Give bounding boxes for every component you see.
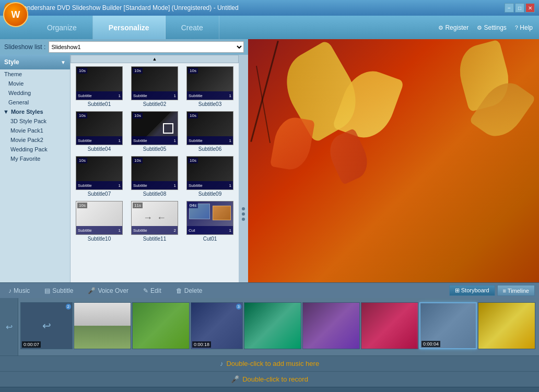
thumbnail-subtitle04[interactable]: 10s Subtitle1 Subtitle04 — [73, 110, 126, 153]
thumbnail-subtitle06[interactable]: 10s Subtitle1 Subtitle06 — [183, 110, 237, 153]
chevron-down-icon: ▼ — [61, 60, 66, 65]
sidebar-item-more-styles[interactable]: ▼ More Styles — [0, 107, 70, 116]
storyboard-icon-left: ↩ — [6, 322, 13, 332]
sidebar-item-3dstyle[interactable]: 3D Style Pack — [0, 116, 70, 126]
storyboard-item-4[interactable] — [244, 302, 301, 349]
music-note-icon: ♪ — [220, 360, 224, 367]
storyboard-item-5[interactable] — [302, 302, 360, 349]
bottom-scrollbar[interactable] — [0, 387, 539, 392]
timeline-icon: ≡ — [503, 288, 506, 294]
sidebar-item-moviepack2[interactable]: Movie Pack2 — [0, 135, 70, 145]
help-link[interactable]: ? Help — [515, 24, 533, 31]
storyboard-item-3[interactable]: 0:00:18 3 — [191, 302, 243, 349]
storyboard-view-button[interactable]: ⊞ Storyboard — [449, 285, 495, 296]
tab-organize[interactable]: Organize — [31, 16, 93, 39]
sidebar-item-movie[interactable]: Movie — [0, 79, 70, 88]
bottom-panel: ♪ Music ▤ Subtitle 🎤 Voice Over ✎ Edit 🗑… — [0, 282, 539, 392]
scroll-up-button[interactable]: ▲ — [71, 55, 239, 63]
bottom-tabs-bar: ♪ Music ▤ Subtitle 🎤 Voice Over ✎ Edit 🗑… — [0, 282, 539, 298]
thumbnail-subtitle03[interactable]: 10s Subtitle1 Subtitle03 — [183, 65, 237, 108]
subtitle-icon: ▤ — [44, 287, 50, 294]
title-bar: Wondershare DVD Slideshow Builder [Stand… — [0, 0, 539, 16]
mic-icon: 🎤 — [231, 375, 239, 383]
close-button[interactable]: ✕ — [525, 3, 535, 13]
minimize-button[interactable]: − — [505, 3, 514, 13]
storyboard-left-panel: ↩ — [0, 298, 18, 355]
storyboard-items: ↩ 0:00:07 2 0:00:18 3 — [18, 298, 539, 355]
storyboard-icon: ⊞ — [455, 287, 460, 293]
maximize-button[interactable]: □ — [515, 3, 524, 13]
chevron-right-icon: ▼ — [3, 109, 9, 115]
tab-create[interactable]: Create — [166, 16, 219, 39]
slideshow-select[interactable]: Slideshow1 — [49, 41, 244, 53]
record-text: Double-click to record — [242, 375, 308, 383]
tab-delete[interactable]: 🗑 Delete — [172, 285, 207, 296]
view-toggle: ⊞ Storyboard ≡ Timeline — [449, 285, 535, 296]
storyboard-item-1[interactable] — [74, 302, 131, 349]
thumbnail-subtitle10[interactable]: 10s Subtitle1 Subtitle10 — [73, 200, 126, 243]
slideshow-list-label: Slideshow list : — [4, 43, 45, 51]
storyboard-item-2[interactable] — [132, 302, 190, 349]
storyboard-container: ↩ ↩ 0:00:07 2 0:00:18 3 — [0, 298, 539, 355]
music-bar[interactable]: ♪ Double-click to add music here — [0, 355, 539, 371]
thumbnail-subtitle05[interactable]: 10s Subtitle1 Subtitle05 — [128, 110, 181, 153]
storyboard-item-6[interactable] — [361, 302, 418, 349]
sidebar-item-general[interactable]: General — [0, 98, 70, 107]
tab-subtitle[interactable]: ▤ Subtitle — [40, 285, 77, 296]
thumbnail-subtitle11[interactable]: → ← 11s Subtitle2 Subtitle11 — [128, 200, 181, 243]
tab-music[interactable]: ♪ Music — [4, 285, 34, 296]
style-dropdown[interactable]: Style ▼ — [0, 55, 70, 69]
window-controls: − □ ✕ — [505, 3, 535, 13]
tab-personalize[interactable]: Personalize — [93, 16, 166, 39]
record-bar[interactable]: 🎤 Double-click to record — [0, 371, 539, 387]
settings-link[interactable]: ⚙ Settings — [477, 24, 507, 31]
register-link[interactable]: ⚙ Register — [438, 24, 468, 31]
thumbnail-subtitle09[interactable]: 10s Subtitle1 Subtitle09 — [183, 155, 237, 198]
music-icon: ♪ — [8, 287, 11, 294]
storyboard-item-0[interactable]: ↩ 0:00:07 2 — [20, 302, 73, 349]
thumbnail-subtitle08[interactable]: 10s Subtitle1 Subtitle08 — [128, 155, 181, 198]
slideshow-bar: Slideshow list : Slideshow1 — [0, 39, 248, 55]
thumbnail-subtitle01[interactable]: 10s Subtitle1 Subtitle01 — [73, 65, 126, 108]
add-music-text: Double-click to add music here — [226, 360, 319, 367]
sidebar-item-myfavorite[interactable]: My Favorite — [0, 154, 70, 163]
microphone-icon: 🎤 — [88, 287, 96, 294]
sidebar-item-weddingpack[interactable]: Wedding Pack — [0, 145, 70, 154]
tab-voice-over[interactable]: 🎤 Voice Over — [84, 285, 133, 296]
thumbnails-grid: 10s Subtitle1 Subtitle01 — [73, 65, 237, 243]
sidebar-item-moviepack1[interactable]: Movie Pack1 — [0, 126, 70, 135]
delete-icon: 🗑 — [176, 287, 182, 294]
thumbnail-subtitle07[interactable]: 10s Subtitle1 Subtitle07 — [73, 155, 126, 198]
header-nav: Organize Personalize Create ⚙ Register ⚙… — [0, 16, 539, 39]
storyboard-item-8[interactable] — [478, 302, 535, 349]
app-logo-circle: W — [3, 2, 28, 27]
edit-icon: ✎ — [143, 287, 148, 294]
thumbnail-cut01[interactable]: 04s Cut1 Cut01 — [183, 200, 237, 243]
sidebar-item-theme[interactable]: Theme — [0, 69, 70, 79]
sidebar-item-wedding[interactable]: Wedding — [0, 88, 70, 98]
thumbnail-subtitle02[interactable]: 10s Subtitle1 Subtitle02 — [128, 65, 181, 108]
style-menu: Theme Movie Wedding General ▼ More Style… — [0, 69, 70, 296]
tab-edit[interactable]: ✎ Edit — [139, 285, 166, 296]
storyboard-item-7[interactable]: 0:00:04 — [419, 302, 477, 349]
timeline-view-button[interactable]: ≡ Timeline — [497, 285, 535, 296]
app-title: Wondershare DVD Slideshow Builder [Stand… — [18, 4, 239, 11]
